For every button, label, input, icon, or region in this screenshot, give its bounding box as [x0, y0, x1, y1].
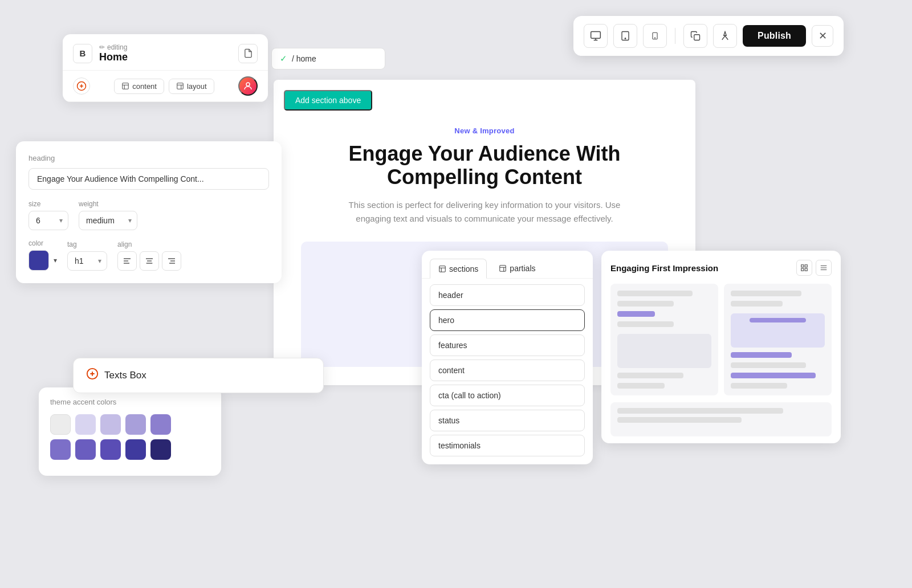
section-item-hero[interactable]: hero [430, 309, 585, 331]
color-chip-7[interactable] [100, 439, 121, 460]
toolbar-divider [675, 28, 675, 44]
brand-button[interactable]: B [73, 44, 92, 63]
canvas-badge: New & Improved [301, 126, 668, 135]
size-select[interactable]: 123456789 [28, 211, 68, 230]
section-item-cta[interactable]: cta (call to action) [430, 385, 585, 406]
preview-grid-button[interactable] [796, 260, 812, 276]
section-item-status[interactable]: status [430, 410, 585, 431]
toolbar-panel: Publish ✕ [573, 16, 844, 56]
preview-block-1 [617, 334, 711, 368]
align-field: align [117, 240, 181, 271]
close-button[interactable]: ✕ [812, 25, 833, 47]
section-item-content[interactable]: content [430, 360, 585, 381]
align-center-button[interactable] [140, 251, 159, 271]
color-chip-9[interactable] [150, 439, 171, 460]
copy-button[interactable] [683, 24, 707, 48]
tab-partials[interactable]: partials [490, 259, 544, 278]
editor-second-bar: content layout [63, 71, 268, 102]
tag-select-wrapper: h1h2h3h4h5h6 [67, 251, 107, 271]
preview-list-button[interactable] [816, 260, 832, 276]
publish-button[interactable]: Publish [743, 25, 806, 47]
align-right-button[interactable] [162, 251, 181, 271]
theme-colors-panel: theme accent colors [39, 387, 221, 476]
texts-box-add-icon[interactable] [86, 368, 99, 383]
preview-purple-line-2 [731, 373, 816, 378]
weight-select-wrapper: lightmediumsemiboldbold [79, 211, 137, 230]
color-chip-5[interactable] [50, 439, 71, 460]
preview-line-9 [731, 383, 787, 389]
size-field: size 123456789 [28, 200, 68, 230]
preview-card-2 [724, 284, 832, 395]
person-icon [720, 31, 730, 41]
svg-rect-22 [805, 265, 807, 267]
pencil-icon: ✏ [99, 43, 105, 51]
avatar-button[interactable] [238, 76, 258, 96]
svg-point-4 [655, 38, 656, 38]
color-chevron-icon: ▾ [54, 256, 57, 264]
section-item-testimonials[interactable]: testimonials [430, 435, 585, 456]
size-label: size [28, 200, 68, 208]
heading-input[interactable] [28, 168, 269, 190]
color-chip-0[interactable] [50, 414, 71, 435]
editing-label: ✏ editing Home [99, 43, 238, 63]
preview-header: Engaging First Impression [610, 260, 832, 276]
theme-color-row-2 [50, 439, 210, 460]
color-field: color ▾ [28, 239, 57, 271]
person-button[interactable] [713, 24, 737, 48]
weight-select[interactable]: lightmediumsemiboldbold [79, 211, 137, 230]
theme-colors-label: theme accent colors [50, 398, 210, 406]
url-path: / home [292, 54, 316, 63]
color-chip-4[interactable] [150, 414, 171, 435]
tag-label: tag [67, 240, 107, 248]
preview-title: Engaging First Impression [610, 263, 718, 273]
color-chip-8[interactable] [125, 439, 146, 460]
desktop-icon [590, 30, 601, 42]
color-tag-align-row: color ▾ tag h1h2h3h4h5h6 align [28, 239, 269, 271]
tab-sections[interactable]: sections [430, 259, 487, 279]
p-line-a [617, 408, 783, 414]
color-label: color [28, 239, 57, 247]
color-chip-2[interactable] [100, 414, 121, 435]
preview-line-2 [617, 301, 674, 307]
url-check-icon: ✓ [280, 54, 287, 64]
section-item-features[interactable]: features [430, 334, 585, 356]
svg-rect-0 [591, 32, 601, 39]
align-left-button[interactable] [117, 251, 137, 271]
list-view-icon [820, 264, 828, 272]
document-button[interactable] [238, 44, 258, 63]
align-button-group [117, 251, 181, 271]
preview-line-5 [617, 383, 665, 389]
document-icon [243, 48, 253, 58]
weight-field: weight lightmediumsemiboldbold [79, 200, 137, 230]
preview-line-1 [617, 291, 693, 296]
tablet-view-button[interactable] [613, 24, 637, 48]
color-swatch-button[interactable] [28, 250, 49, 271]
preview-line-7 [731, 301, 783, 307]
svg-rect-19 [439, 266, 446, 272]
svg-rect-5 [694, 35, 700, 40]
tab-layout[interactable]: layout [169, 79, 214, 94]
section-item-header[interactable]: header [430, 284, 585, 306]
color-chip-1[interactable] [75, 414, 96, 435]
heading-panel: heading size 123456789 weight lightmediu… [16, 141, 282, 283]
mobile-view-button[interactable] [643, 24, 667, 48]
color-chip-6[interactable] [75, 439, 96, 460]
tag-field: tag h1h2h3h4h5h6 [67, 240, 107, 271]
weight-label: weight [79, 200, 137, 208]
sections-list: header hero features content cta (call t… [422, 279, 593, 464]
tab-content[interactable]: content [114, 79, 164, 94]
sections-tab-bar: sections partials [422, 251, 593, 279]
svg-rect-21 [801, 265, 804, 267]
svg-rect-20 [500, 266, 506, 272]
align-left-icon [123, 256, 132, 266]
canvas-subtext: This section is perfect for delivering k… [336, 198, 633, 226]
content-tab-icon [121, 82, 129, 90]
add-element-button[interactable] [73, 77, 90, 95]
editor-top-bar: B ✏ editing Home [63, 34, 268, 71]
color-chip-3[interactable] [125, 414, 146, 435]
desktop-view-button[interactable] [584, 24, 608, 48]
tag-select[interactable]: h1h2h3h4h5h6 [67, 251, 107, 271]
layout-tab-icon [176, 82, 184, 90]
add-section-above-button[interactable]: Add section above [284, 90, 372, 111]
p-line-b [617, 417, 742, 423]
